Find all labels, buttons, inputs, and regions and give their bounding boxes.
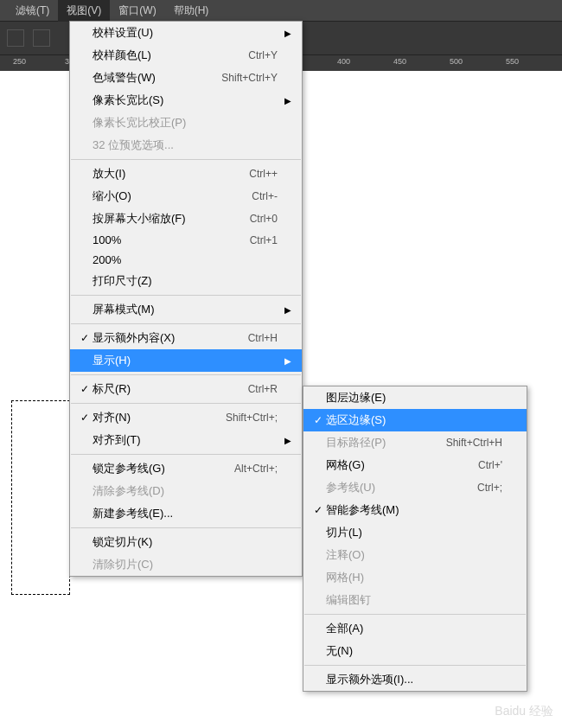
menu-filter[interactable]: 滤镜(T) — [7, 0, 58, 22]
ruler-tick: 550 — [506, 57, 519, 66]
menu-item: 清除切片(C) — [70, 553, 302, 576]
menu-item: 编辑图钉 — [303, 589, 527, 611]
menu-item[interactable]: ✓显示额外内容(X)Ctrl+H — [70, 327, 302, 349]
menu-separator — [71, 295, 301, 296]
ruler-tick: 400 — [337, 57, 350, 66]
menu-item[interactable]: 按屏幕大小缩放(F)Ctrl+0 — [70, 208, 302, 230]
menu-item-shortcut: Shift+Ctrl+Y — [221, 72, 284, 84]
menu-item-shortcut: Ctrl+- — [252, 190, 284, 202]
menu-item[interactable]: 校样颜色(L)Ctrl+Y — [70, 44, 302, 67]
menubar: 滤镜(T) 视图(V) 窗口(W) 帮助(H) — [0, 0, 562, 21]
menu-item[interactable]: 切片(L) — [303, 521, 527, 544]
menu-item-label: 像素长宽比(S) — [93, 93, 284, 108]
menu-item[interactable]: 锁定切片(K) — [70, 531, 302, 553]
menu-item[interactable]: ✓标尺(R)Ctrl+R — [70, 378, 302, 400]
menu-item[interactable]: 显示(H)▶ — [70, 349, 302, 372]
menu-item[interactable]: 色域警告(W)Shift+Ctrl+Y — [70, 67, 302, 89]
menu-item: 注释(O) — [303, 544, 527, 566]
menu-item-label: 对齐到(T) — [93, 432, 284, 448]
menu-separator — [304, 665, 526, 666]
submenu-arrow-icon: ▶ — [284, 29, 295, 38]
menu-item-label: 锁定参考线(G) — [93, 461, 234, 476]
menu-item-label: 显示额外选项(I)... — [326, 672, 509, 687]
menu-item-label: 网格(H) — [326, 570, 509, 585]
menu-separator — [304, 614, 526, 615]
menu-item-shortcut: Shift+Ctrl+; — [226, 412, 284, 424]
menu-item-shortcut: Alt+Ctrl+; — [234, 463, 284, 475]
menu-item-label: 注释(O) — [326, 547, 509, 563]
menu-view[interactable]: 视图(V) — [58, 0, 110, 22]
menu-item-label: 显示(H) — [93, 353, 284, 368]
menu-help[interactable]: 帮助(H) — [165, 0, 218, 22]
menu-item-shortcut: Ctrl+; — [477, 482, 509, 494]
submenu-arrow-icon: ▶ — [284, 356, 295, 366]
tool-icon[interactable] — [7, 29, 24, 47]
menu-item-shortcut: Ctrl+1 — [250, 234, 284, 246]
menu-item[interactable]: 新建参考线(E)... — [70, 502, 302, 525]
menu-item-label: 参考线(U) — [326, 480, 477, 495]
menu-separator — [71, 323, 301, 324]
menu-item: 网格(H) — [303, 566, 527, 589]
menu-separator — [71, 527, 301, 528]
menu-item-label: 打印尺寸(Z) — [93, 273, 284, 289]
submenu-arrow-icon: ▶ — [284, 436, 295, 445]
menu-item[interactable]: ✓选区边缘(S) — [303, 409, 527, 431]
menu-item-label: 校样颜色(L) — [93, 48, 248, 63]
menu-item[interactable]: 校样设置(U)▶ — [70, 22, 302, 44]
menu-item[interactable]: ✓对齐(N)Shift+Ctrl+; — [70, 406, 302, 429]
menu-item-label: 对齐(N) — [93, 410, 226, 425]
menu-item-label: 目标路径(P) — [326, 435, 446, 450]
menu-item-label: 新建参考线(E)... — [93, 506, 284, 521]
menu-item-label: 缩小(O) — [93, 188, 252, 204]
menu-item-label: 网格(G) — [326, 457, 478, 473]
view-dropdown: 校样设置(U)▶校样颜色(L)Ctrl+Y色域警告(W)Shift+Ctrl+Y… — [69, 21, 303, 577]
menu-separator — [71, 159, 301, 160]
menu-item[interactable]: 无(N) — [303, 640, 527, 662]
menu-item[interactable]: 200% — [70, 250, 302, 270]
menu-item: 参考线(U)Ctrl+; — [303, 476, 527, 499]
menu-item: 像素长宽比校正(P) — [70, 112, 302, 134]
menu-item-label: 切片(L) — [326, 525, 509, 540]
menu-item-shortcut: Ctrl+0 — [250, 213, 284, 225]
menu-item[interactable]: 缩小(O)Ctrl+- — [70, 185, 302, 208]
menu-item[interactable]: 屏幕模式(M)▶ — [70, 298, 302, 321]
menu-separator — [71, 454, 301, 455]
menu-item-label: 32 位预览选项... — [93, 137, 284, 153]
menu-item-label: 清除参考线(D) — [93, 483, 284, 499]
menu-item[interactable]: 对齐到(T)▶ — [70, 429, 302, 451]
menu-item-shortcut: Ctrl+H — [248, 332, 284, 344]
menu-item: 清除参考线(D) — [70, 480, 302, 502]
menu-item-label: 按屏幕大小缩放(F) — [93, 211, 250, 227]
menu-item: 32 位预览选项... — [70, 134, 302, 156]
menu-item[interactable]: 放大(I)Ctrl++ — [70, 163, 302, 185]
marquee-selection — [11, 400, 70, 595]
menu-separator — [71, 374, 301, 375]
menu-item[interactable]: 打印尺寸(Z) — [70, 270, 302, 292]
check-icon: ✓ — [77, 332, 93, 344]
menu-item-label: 色域警告(W) — [93, 70, 221, 86]
menu-item[interactable]: 图层边缘(E) — [303, 386, 527, 409]
menu-item[interactable]: 显示额外选项(I)... — [303, 668, 527, 691]
menu-item[interactable]: 100%Ctrl+1 — [70, 230, 302, 250]
menu-item-label: 200% — [93, 253, 284, 266]
menu-item-label: 图层边缘(E) — [326, 390, 509, 406]
menu-item[interactable]: ✓智能参考线(M) — [303, 499, 527, 521]
check-icon: ✓ — [77, 383, 93, 395]
tool-icon[interactable] — [33, 29, 50, 47]
menu-item-label: 智能参考线(M) — [326, 502, 509, 518]
submenu-arrow-icon: ▶ — [284, 305, 295, 315]
menu-item-shortcut: Ctrl+' — [478, 459, 509, 471]
menu-item[interactable]: 像素长宽比(S)▶ — [70, 89, 302, 112]
menu-item-shortcut: Ctrl++ — [249, 168, 284, 180]
menu-item-shortcut: Ctrl+R — [248, 383, 284, 395]
menu-item[interactable]: 全部(A) — [303, 617, 527, 640]
menu-item-label: 屏幕模式(M) — [93, 302, 284, 317]
menu-item-label: 100% — [93, 233, 250, 246]
ruler-tick: 450 — [393, 57, 406, 66]
menu-item-label: 全部(A) — [326, 621, 509, 636]
show-submenu: 图层边缘(E)✓选区边缘(S)目标路径(P)Shift+Ctrl+H网格(G)C… — [303, 386, 527, 692]
menu-item[interactable]: 锁定参考线(G)Alt+Ctrl+; — [70, 457, 302, 480]
menu-item-label: 锁定切片(K) — [93, 534, 284, 550]
menu-window[interactable]: 窗口(W) — [110, 0, 164, 22]
menu-item[interactable]: 网格(G)Ctrl+' — [303, 454, 527, 476]
